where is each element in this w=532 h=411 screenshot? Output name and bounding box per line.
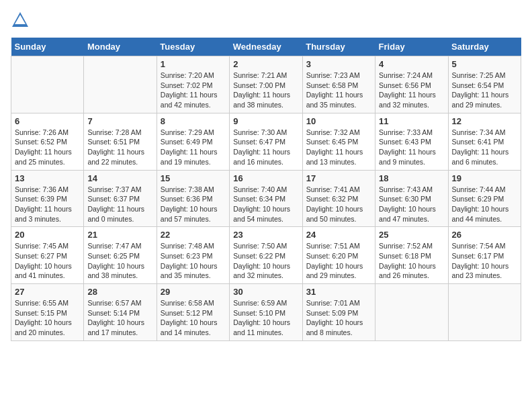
day-of-week-header: Friday (375, 38, 448, 56)
day-info: Sunrise: 7:25 AM Sunset: 6:54 PM Dayligh… (452, 71, 517, 110)
calendar-cell: 26Sunrise: 7:54 AM Sunset: 6:17 PM Dayli… (448, 227, 521, 284)
day-number: 3 (306, 59, 371, 69)
day-info: Sunrise: 7:32 AM Sunset: 6:45 PM Dayligh… (306, 128, 371, 167)
calendar-cell: 10Sunrise: 7:32 AM Sunset: 6:45 PM Dayli… (302, 113, 375, 170)
calendar-week-row: 13Sunrise: 7:36 AM Sunset: 6:39 PM Dayli… (11, 170, 521, 227)
day-number: 1 (161, 59, 226, 69)
day-info: Sunrise: 7:45 AM Sunset: 6:27 PM Dayligh… (15, 241, 80, 281)
day-number: 27 (15, 287, 80, 297)
day-number: 6 (15, 116, 80, 126)
day-info: Sunrise: 7:28 AM Sunset: 6:51 PM Dayligh… (87, 128, 152, 167)
calendar-cell: 20Sunrise: 7:45 AM Sunset: 6:27 PM Dayli… (11, 227, 84, 284)
day-info: Sunrise: 7:01 AM Sunset: 5:09 PM Dayligh… (306, 298, 371, 338)
day-number: 13 (15, 173, 80, 183)
calendar-week-row: 27Sunrise: 6:55 AM Sunset: 5:15 PM Dayli… (11, 284, 521, 341)
day-info: Sunrise: 7:23 AM Sunset: 6:58 PM Dayligh… (306, 71, 371, 110)
day-number: 20 (15, 230, 80, 240)
calendar-cell: 13Sunrise: 7:36 AM Sunset: 6:39 PM Dayli… (11, 170, 84, 227)
calendar-cell: 2Sunrise: 7:21 AM Sunset: 7:00 PM Daylig… (230, 56, 302, 113)
day-number: 19 (452, 173, 517, 183)
calendar-week-row: 6Sunrise: 7:26 AM Sunset: 6:52 PM Daylig… (11, 113, 521, 170)
calendar-cell: 4Sunrise: 7:24 AM Sunset: 6:56 PM Daylig… (375, 56, 448, 113)
day-number: 11 (379, 116, 444, 126)
day-info: Sunrise: 7:30 AM Sunset: 6:47 PM Dayligh… (233, 128, 298, 167)
calendar-cell: 3Sunrise: 7:23 AM Sunset: 6:58 PM Daylig… (302, 56, 375, 113)
day-info: Sunrise: 6:59 AM Sunset: 5:10 PM Dayligh… (233, 298, 298, 338)
calendar-cell (375, 284, 448, 341)
day-info: Sunrise: 6:57 AM Sunset: 5:14 PM Dayligh… (87, 298, 152, 338)
day-info: Sunrise: 7:43 AM Sunset: 6:30 PM Dayligh… (379, 185, 444, 224)
day-info: Sunrise: 7:52 AM Sunset: 6:18 PM Dayligh… (379, 241, 444, 281)
day-of-week-header: Tuesday (157, 38, 229, 56)
day-of-week-header: Wednesday (230, 38, 302, 56)
calendar-cell: 9Sunrise: 7:30 AM Sunset: 6:47 PM Daylig… (230, 113, 302, 170)
calendar-cell (84, 56, 157, 113)
calendar-cell: 14Sunrise: 7:37 AM Sunset: 6:37 PM Dayli… (84, 170, 157, 227)
day-number: 29 (161, 287, 226, 297)
day-number: 18 (379, 173, 444, 183)
calendar-week-row: 20Sunrise: 7:45 AM Sunset: 6:27 PM Dayli… (11, 227, 521, 284)
day-number: 9 (233, 116, 298, 126)
calendar-cell: 16Sunrise: 7:40 AM Sunset: 6:34 PM Dayli… (230, 170, 302, 227)
day-info: Sunrise: 6:55 AM Sunset: 5:15 PM Dayligh… (15, 298, 80, 338)
calendar-cell: 17Sunrise: 7:41 AM Sunset: 6:32 PM Dayli… (302, 170, 375, 227)
day-of-week-header: Monday (84, 38, 157, 56)
day-info: Sunrise: 7:51 AM Sunset: 6:20 PM Dayligh… (306, 241, 371, 281)
calendar-cell: 11Sunrise: 7:33 AM Sunset: 6:43 PM Dayli… (375, 113, 448, 170)
calendar-cell: 1Sunrise: 7:20 AM Sunset: 7:02 PM Daylig… (157, 56, 229, 113)
day-number: 4 (379, 59, 444, 69)
calendar-week-row: 1Sunrise: 7:20 AM Sunset: 7:02 PM Daylig… (11, 56, 521, 113)
day-info: Sunrise: 7:37 AM Sunset: 6:37 PM Dayligh… (87, 185, 152, 224)
day-number: 25 (379, 230, 444, 240)
day-number: 15 (161, 173, 226, 183)
day-of-week-header: Sunday (11, 38, 84, 56)
day-info: Sunrise: 7:38 AM Sunset: 6:36 PM Dayligh… (161, 185, 226, 224)
day-number: 17 (306, 173, 371, 183)
calendar-cell: 6Sunrise: 7:26 AM Sunset: 6:52 PM Daylig… (11, 113, 84, 170)
calendar-cell: 29Sunrise: 6:58 AM Sunset: 5:12 PM Dayli… (157, 284, 229, 341)
day-info: Sunrise: 7:44 AM Sunset: 6:29 PM Dayligh… (452, 185, 517, 224)
day-number: 31 (306, 287, 371, 297)
day-number: 16 (233, 173, 298, 183)
day-info: Sunrise: 7:21 AM Sunset: 7:00 PM Dayligh… (233, 71, 298, 110)
calendar-cell: 31Sunrise: 7:01 AM Sunset: 5:09 PM Dayli… (302, 284, 375, 341)
day-info: Sunrise: 7:33 AM Sunset: 6:43 PM Dayligh… (379, 128, 444, 167)
day-info: Sunrise: 7:48 AM Sunset: 6:23 PM Dayligh… (161, 241, 226, 281)
day-info: Sunrise: 7:24 AM Sunset: 6:56 PM Dayligh… (379, 71, 444, 110)
calendar-cell: 18Sunrise: 7:43 AM Sunset: 6:30 PM Dayli… (375, 170, 448, 227)
day-info: Sunrise: 7:29 AM Sunset: 6:49 PM Dayligh… (161, 128, 226, 167)
calendar-cell: 24Sunrise: 7:51 AM Sunset: 6:20 PM Dayli… (302, 227, 375, 284)
page-header (11, 11, 521, 30)
day-info: Sunrise: 7:50 AM Sunset: 6:22 PM Dayligh… (233, 241, 298, 281)
day-number: 28 (87, 287, 152, 297)
calendar-cell: 15Sunrise: 7:38 AM Sunset: 6:36 PM Dayli… (157, 170, 229, 227)
day-number: 24 (306, 230, 371, 240)
calendar-header-row: SundayMondayTuesdayWednesdayThursdayFrid… (11, 38, 521, 56)
day-info: Sunrise: 7:40 AM Sunset: 6:34 PM Dayligh… (233, 185, 298, 224)
day-of-week-header: Saturday (448, 38, 521, 56)
day-info: Sunrise: 7:41 AM Sunset: 6:32 PM Dayligh… (306, 185, 371, 224)
calendar-cell: 25Sunrise: 7:52 AM Sunset: 6:18 PM Dayli… (375, 227, 448, 284)
day-number: 22 (161, 230, 226, 240)
calendar-cell: 8Sunrise: 7:29 AM Sunset: 6:49 PM Daylig… (157, 113, 229, 170)
day-info: Sunrise: 7:54 AM Sunset: 6:17 PM Dayligh… (452, 241, 517, 281)
calendar-cell (448, 284, 521, 341)
day-number: 21 (87, 230, 152, 240)
day-number: 12 (452, 116, 517, 126)
day-number: 26 (452, 230, 517, 240)
calendar-cell: 23Sunrise: 7:50 AM Sunset: 6:22 PM Dayli… (230, 227, 302, 284)
day-number: 2 (233, 59, 298, 69)
calendar-cell: 30Sunrise: 6:59 AM Sunset: 5:10 PM Dayli… (230, 284, 302, 341)
calendar-cell: 19Sunrise: 7:44 AM Sunset: 6:29 PM Dayli… (448, 170, 521, 227)
calendar-cell (11, 56, 84, 113)
day-number: 30 (233, 287, 298, 297)
day-number: 5 (452, 59, 517, 69)
day-number: 8 (161, 116, 226, 126)
calendar-cell: 22Sunrise: 7:48 AM Sunset: 6:23 PM Dayli… (157, 227, 229, 284)
calendar-cell: 27Sunrise: 6:55 AM Sunset: 5:15 PM Dayli… (11, 284, 84, 341)
day-number: 10 (306, 116, 371, 126)
day-number: 23 (233, 230, 298, 240)
logo (11, 11, 32, 30)
calendar-table: SundayMondayTuesdayWednesdayThursdayFrid… (11, 38, 521, 341)
day-info: Sunrise: 7:20 AM Sunset: 7:02 PM Dayligh… (161, 71, 226, 110)
